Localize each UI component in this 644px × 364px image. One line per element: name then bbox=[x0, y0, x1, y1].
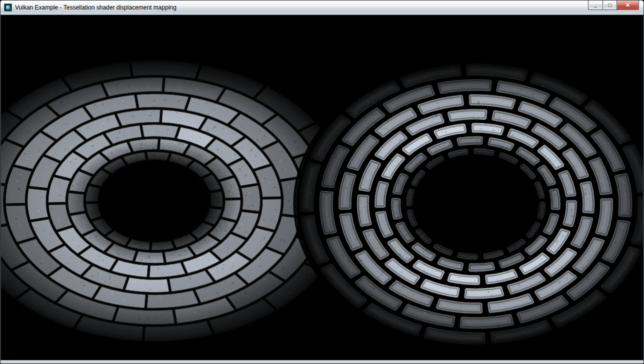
maximize-button[interactable]: ▢ bbox=[602, 0, 616, 10]
window-frame-right bbox=[643, 15, 644, 360]
minimize-button[interactable]: – bbox=[588, 0, 602, 10]
window-title: Vulkan Example - Tessellation shader dis… bbox=[15, 4, 176, 11]
window-frame-bottom bbox=[0, 360, 644, 364]
titlebar[interactable]: Vulkan Example - Tessellation shader dis… bbox=[0, 0, 644, 15]
window-controls: – ▢ ✕ bbox=[588, 0, 639, 10]
close-button[interactable]: ✕ bbox=[616, 0, 639, 10]
vulkan-render-canvas[interactable] bbox=[1, 16, 643, 360]
render-viewport[interactable] bbox=[1, 16, 643, 360]
window-frame-left bbox=[0, 15, 1, 360]
app-window: Vulkan Example - Tessellation shader dis… bbox=[0, 0, 644, 364]
app-icon bbox=[4, 4, 12, 12]
